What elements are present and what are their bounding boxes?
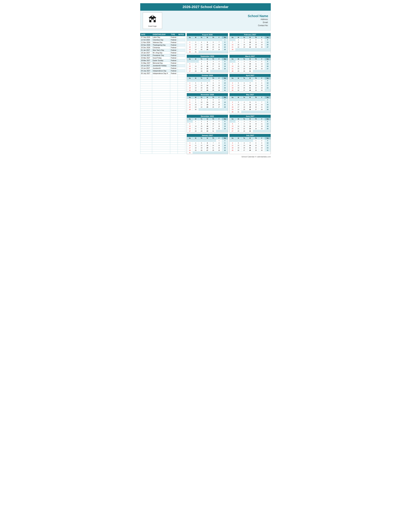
empty-row: [140, 129, 185, 131]
empty-row: [140, 138, 185, 140]
cell-type: Federal: [170, 67, 177, 70]
month-title-november: November 2026: [187, 93, 228, 96]
cell-notes: [177, 52, 185, 54]
cell-event: Memorial Day: [152, 62, 170, 65]
empty-row: [140, 118, 185, 120]
cell-event: Presidents' Day: [152, 54, 170, 57]
cal-table-july: SuMTuWThFSa 123 45678910 11121314151617 …: [230, 137, 271, 152]
empty-row: [140, 75, 185, 77]
month-june-2027: June 2027 SuMTuWThFSa 123456 6789101112 …: [229, 115, 271, 133]
empty-row: [140, 127, 185, 129]
cell-event: New Year's Day: [152, 49, 170, 52]
month-april-2027: April 2027 SuMTuWThFSa 123 45678910 1112…: [229, 74, 271, 92]
month-title-october: October 2026: [187, 74, 228, 77]
cell-event: Juneteenth Holiday: [152, 65, 170, 67]
header-section: Insert logo School Name Address: Email: …: [140, 11, 271, 31]
table-row: 18 Jun 2027 Juneteenth Holiday Federal: [140, 65, 185, 67]
cell-type: Federal: [170, 59, 177, 62]
cell-date: 07 Sep 2026: [140, 36, 152, 39]
cal-table-october: SuMTuWThFSa 123 45678910 11121314151617 …: [187, 77, 228, 92]
month-title-june: June 2027: [230, 115, 271, 118]
cell-type: Federal: [170, 65, 177, 67]
cal-table-february: SuMTuWThFSa 123456 78910111213 141516171…: [230, 36, 271, 52]
month-title-july: July 2027: [230, 134, 271, 137]
month-title-august: August 2026: [187, 33, 228, 36]
col-date: DATE: [140, 33, 152, 36]
cell-type: Federal: [170, 39, 177, 41]
month-october-2026: October 2026 SuMTuWThFSa 123 45678910 11…: [187, 74, 228, 92]
cell-event: Thanksgiving Day: [152, 44, 170, 47]
event-table-wrapper: DATE EVENT/HOLIDAY TYPE NOTES 07 Sep 202…: [140, 33, 185, 154]
month-title-april: April 2027: [230, 74, 271, 77]
main-title: 2026-2027 School Calendar: [140, 3, 271, 11]
cell-type: Federal: [170, 52, 177, 54]
table-row: 15 Feb 2027 Presidents' Day Federal: [140, 54, 185, 57]
month-november-2026: November 2026 SuMTuWThFSa 1234567 891011…: [187, 93, 228, 113]
cell-date: 05 July 2027: [140, 72, 152, 75]
cal-table-june: SuMTuWThFSa 123456 6789101112 1314151617…: [230, 118, 271, 132]
empty-row: [140, 140, 185, 142]
month-title-may: May 2027: [230, 93, 271, 96]
cell-date: 26 Nov 2026: [140, 44, 152, 47]
cell-event: Labor Day: [152, 36, 170, 39]
calendar-area: August 2026 SuMTuWThFSa 1 2345678 910111…: [187, 33, 271, 154]
empty-row: [140, 88, 185, 91]
cell-notes: [177, 72, 185, 75]
cell-date: 31 May 2027: [140, 62, 152, 65]
cal-table-april: SuMTuWThFSa 123 45678910 11121314151617 …: [230, 77, 271, 92]
svg-rect-3: [149, 18, 151, 20]
cell-type: Federal: [170, 36, 177, 39]
cal-table-march: SuMTuWThFSa 123456 78910111213 141516171…: [230, 58, 271, 72]
empty-row: [140, 136, 185, 138]
month-july-2027: July 2027 SuMTuWThFSa 123 45678910 11121…: [229, 134, 271, 154]
col-event: EVENT/HOLIDAY: [152, 33, 170, 36]
cell-event: Easter Sunday: [152, 59, 170, 62]
cell-type: Federal: [170, 47, 177, 49]
logo-box: Insert logo: [143, 12, 162, 29]
table-row: 11 Nov 2026 Veterans Day Federal: [140, 41, 185, 44]
empty-row: [140, 104, 185, 106]
month-august-2026: August 2026 SuMTuWThFSa 1 2345678 910111…: [187, 33, 228, 53]
cell-notes: [177, 36, 185, 39]
cell-date: 28 Mar 2027: [140, 59, 152, 62]
cell-date: 18 Jun 2027: [140, 65, 152, 67]
event-table: DATE EVENT/HOLIDAY TYPE NOTES 07 Sep 202…: [140, 33, 185, 154]
table-row: 26 Mar 2027 Good Friday Federal: [140, 57, 185, 59]
cell-type: Federal: [170, 62, 177, 65]
cell-event: Independence Day: [152, 70, 170, 72]
cell-notes: [177, 49, 185, 52]
cell-event: Good Friday: [152, 57, 170, 59]
month-title-february: February 2027: [230, 33, 271, 36]
month-january-2027: January 2027 SuMTuWThFSa 12 3456789 1011…: [187, 134, 228, 154]
col-type: TYPE: [170, 33, 177, 36]
cal-table-september: SuMTuWThFSa 12345 6789101112 13141516171…: [187, 58, 228, 72]
cell-notes: [177, 67, 185, 70]
empty-row: [140, 84, 185, 86]
cell-notes: [177, 41, 185, 44]
empty-row: [140, 124, 185, 127]
cell-date: 11 Nov 2026: [140, 41, 152, 44]
cal-table-january: SuMTuWThFSa 12 3456789 10111213141516 17…: [187, 137, 228, 154]
cell-event: Veterans Day: [152, 41, 170, 44]
month-march-2027: March 2027 SuMTuWThFSa 123456 7891011121…: [229, 55, 271, 73]
empty-row: [140, 142, 185, 145]
col-notes: NOTES: [177, 33, 185, 36]
month-title-december: December 2026: [187, 115, 228, 118]
cell-date: 15 Feb 2027: [140, 54, 152, 57]
cell-date: 26 Mar 2027: [140, 57, 152, 59]
cell-type: Federal: [170, 70, 177, 72]
cal-table-may: SuMTuWThFSa 1 2345678 9101112131415 1617…: [230, 96, 271, 113]
table-row: 31 May 2027 Memorial Day Federal: [140, 62, 185, 65]
cell-notes: [177, 39, 185, 41]
empty-row: [140, 152, 185, 154]
svg-rect-5: [152, 16, 153, 17]
table-row: 26 Nov 2026 Thanksgiving Day Federal: [140, 44, 185, 47]
empty-row: [140, 111, 185, 113]
cell-date: 04 July 2027: [140, 70, 152, 72]
content-area: DATE EVENT/HOLIDAY TYPE NOTES 07 Sep 202…: [140, 33, 271, 154]
empty-row: [140, 133, 185, 136]
month-may-2027: May 2027 SuMTuWThFSa 1 2345678 910111213…: [229, 93, 271, 113]
empty-row: [140, 93, 185, 95]
table-row: 04 July 2027 Independence Day Federal: [140, 70, 185, 72]
empty-row: [140, 106, 185, 109]
